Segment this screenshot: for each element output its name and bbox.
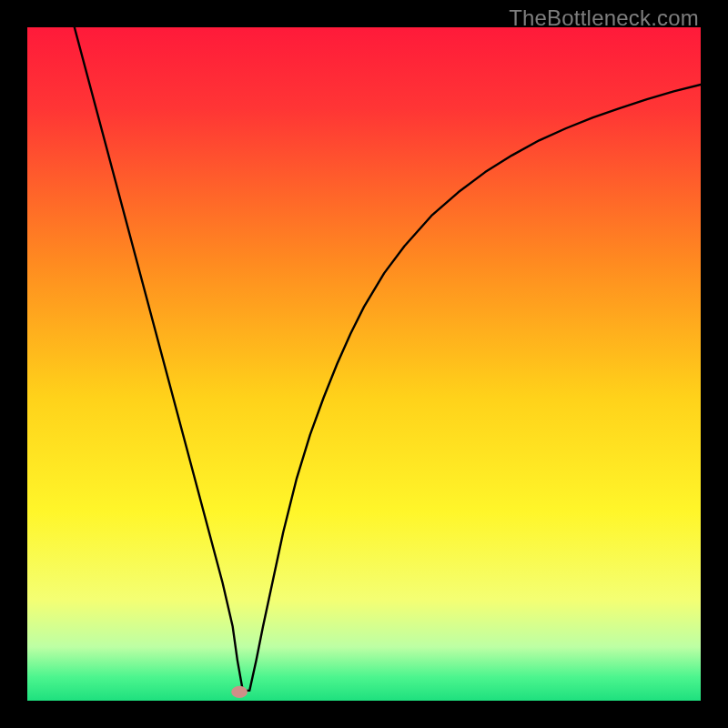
bottleneck-curve — [27, 27, 701, 701]
chart-frame: TheBottleneck.com — [0, 0, 728, 728]
plot-area — [27, 27, 701, 701]
watermark-text: TheBottleneck.com — [509, 5, 699, 31]
